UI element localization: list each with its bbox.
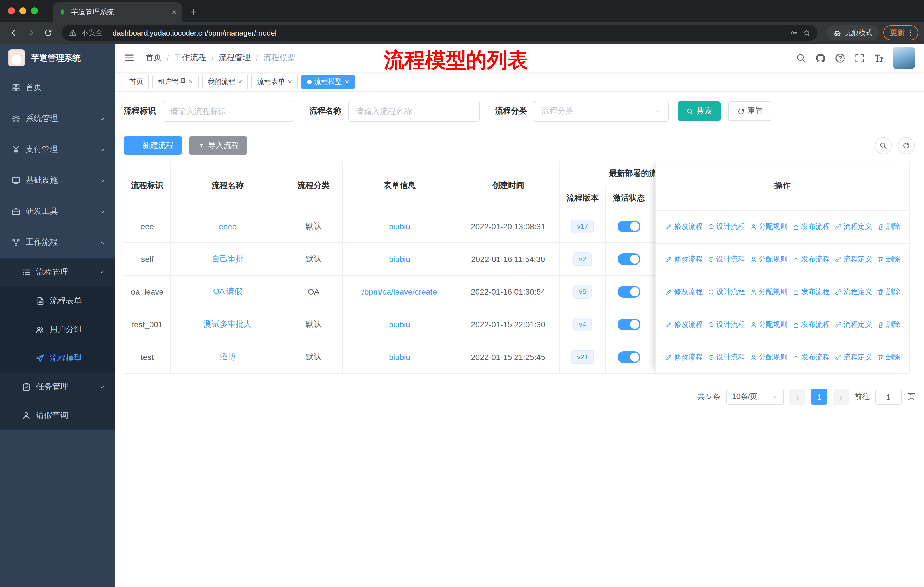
goto-page-input[interactable] bbox=[875, 389, 902, 405]
address-bar[interactable]: 不安全 dashboard.yudao.iocoder.cn/bpm/manag… bbox=[62, 25, 817, 41]
tag-item[interactable]: 我的流程× bbox=[202, 74, 248, 89]
publish-action-link[interactable]: 发布流程 bbox=[792, 287, 830, 297]
assign-action-link[interactable]: 分配规则 bbox=[749, 287, 787, 297]
import-process-button[interactable]: 导入流程 bbox=[189, 136, 248, 155]
active-toggle[interactable] bbox=[617, 253, 640, 265]
process-name-link[interactable]: 滔博 bbox=[220, 352, 236, 361]
assign-action-link[interactable]: 分配规则 bbox=[749, 320, 787, 330]
sidebar-item-process-management[interactable]: 流程管理 bbox=[0, 258, 115, 287]
window-zoom-button[interactable] bbox=[31, 7, 38, 14]
search-button[interactable]: 搜索 bbox=[678, 101, 721, 121]
definition-action-link[interactable]: 流程定义 bbox=[834, 222, 872, 232]
tag-close-icon[interactable]: × bbox=[345, 78, 349, 85]
tag-item[interactable]: 流程表单× bbox=[251, 74, 298, 89]
create-process-button[interactable]: 新建流程 bbox=[124, 136, 182, 155]
kebab-menu-icon[interactable] bbox=[907, 29, 915, 37]
sidebar-item-user-group[interactable]: 用户分组 bbox=[0, 315, 115, 344]
process-name-link[interactable]: eeee bbox=[219, 222, 237, 231]
assign-action-link[interactable]: 分配规则 bbox=[749, 255, 787, 264]
tag-close-icon[interactable]: × bbox=[188, 78, 193, 85]
current-page-button[interactable]: 1 bbox=[811, 389, 827, 405]
process-name-input[interactable] bbox=[348, 101, 480, 122]
form-info-link[interactable]: biubiu bbox=[389, 352, 411, 362]
design-action-link[interactable]: 设计流程 bbox=[707, 222, 745, 232]
update-button[interactable]: 更新 bbox=[883, 25, 918, 40]
publish-action-link[interactable]: 发布流程 bbox=[792, 320, 830, 330]
sidebar-item-task-management[interactable]: 任务管理 bbox=[0, 373, 115, 401]
user-avatar[interactable] bbox=[893, 47, 915, 69]
window-minimize-button[interactable] bbox=[20, 7, 26, 14]
reload-button[interactable] bbox=[40, 25, 56, 41]
definition-action-link[interactable]: 流程定义 bbox=[834, 320, 872, 330]
fullscreen-icon[interactable] bbox=[854, 53, 865, 63]
process-name-link[interactable]: OA 请假 bbox=[213, 287, 243, 296]
back-button[interactable] bbox=[6, 25, 22, 41]
sidebar-item-workflow[interactable]: 工作流程 bbox=[0, 227, 115, 258]
edit-action-link[interactable]: 修改流程 bbox=[665, 255, 703, 264]
category-select[interactable]: 流程分类 bbox=[534, 101, 668, 122]
page-size-select[interactable]: 10条/页 bbox=[726, 389, 784, 405]
forward-button[interactable] bbox=[23, 25, 39, 41]
delete-action-link[interactable]: 删除 bbox=[877, 287, 900, 297]
sidebar-item-process-model[interactable]: 流程模型 bbox=[0, 344, 115, 373]
tag-item[interactable]: 首页 bbox=[124, 74, 149, 89]
delete-action-link[interactable]: 删除 bbox=[877, 255, 900, 264]
active-toggle[interactable] bbox=[617, 221, 640, 232]
new-tab-button[interactable] bbox=[186, 4, 201, 20]
form-info-link[interactable]: biubiu bbox=[389, 320, 411, 329]
help-icon[interactable] bbox=[835, 53, 845, 63]
sidebar-item-infrastructure[interactable]: 基础设施 bbox=[0, 165, 115, 196]
delete-action-link[interactable]: 删除 bbox=[877, 352, 900, 362]
definition-action-link[interactable]: 流程定义 bbox=[834, 352, 872, 362]
design-action-link[interactable]: 设计流程 bbox=[707, 255, 745, 264]
publish-action-link[interactable]: 发布流程 bbox=[792, 222, 830, 232]
publish-action-link[interactable]: 发布流程 bbox=[792, 352, 830, 362]
search-icon[interactable] bbox=[796, 53, 807, 63]
toggle-search-button[interactable] bbox=[875, 137, 892, 154]
refresh-table-button[interactable] bbox=[898, 137, 915, 154]
sidebar-item-process-form[interactable]: 流程表单 bbox=[0, 287, 115, 315]
tab-close-icon[interactable]: × bbox=[172, 8, 177, 16]
delete-action-link[interactable]: 删除 bbox=[877, 222, 900, 232]
active-toggle[interactable] bbox=[617, 319, 640, 330]
form-info-link[interactable]: biubiu bbox=[389, 255, 411, 264]
breadcrumb-workflow[interactable]: 工作流程 bbox=[174, 53, 206, 63]
breadcrumb-process-management[interactable]: 流程管理 bbox=[219, 53, 251, 63]
star-icon[interactable] bbox=[803, 29, 810, 37]
reset-button[interactable]: 重置 bbox=[728, 101, 772, 121]
menu-fold-icon[interactable] bbox=[124, 52, 135, 64]
active-toggle[interactable] bbox=[617, 351, 640, 363]
key-icon[interactable] bbox=[790, 29, 798, 37]
window-close-button[interactable] bbox=[8, 7, 15, 14]
tag-close-icon[interactable]: × bbox=[238, 78, 242, 85]
process-name-link[interactable]: 自己审批 bbox=[212, 254, 244, 263]
prev-page-button[interactable]: ‹ bbox=[789, 389, 805, 405]
form-info-link[interactable]: biubiu bbox=[389, 222, 411, 231]
publish-action-link[interactable]: 发布流程 bbox=[792, 255, 830, 264]
process-key-input[interactable] bbox=[163, 101, 294, 122]
tag-active[interactable]: 流程模型× bbox=[301, 74, 355, 89]
sidebar-item-payment[interactable]: 支付管理 bbox=[0, 134, 115, 165]
edit-action-link[interactable]: 修改流程 bbox=[665, 287, 703, 297]
sidebar-item-system[interactable]: 系统管理 bbox=[0, 103, 115, 134]
github-icon[interactable] bbox=[815, 53, 826, 63]
design-action-link[interactable]: 设计流程 bbox=[707, 320, 745, 330]
active-toggle[interactable] bbox=[617, 286, 640, 298]
next-page-button[interactable]: › bbox=[833, 389, 849, 405]
sidebar-item-devtools[interactable]: 研发工具 bbox=[0, 196, 115, 227]
font-size-icon[interactable] bbox=[874, 53, 884, 63]
form-info-link[interactable]: /bpm/oa/leave/create bbox=[362, 287, 437, 296]
browser-tab[interactable]: 芋道管理系统 × bbox=[53, 2, 182, 22]
process-name-link[interactable]: 测试多审批人 bbox=[204, 319, 252, 329]
delete-action-link[interactable]: 删除 bbox=[877, 320, 900, 330]
assign-action-link[interactable]: 分配规则 bbox=[749, 352, 787, 362]
tag-close-icon[interactable]: × bbox=[287, 78, 292, 85]
design-action-link[interactable]: 设计流程 bbox=[707, 352, 745, 362]
definition-action-link[interactable]: 流程定义 bbox=[834, 287, 872, 297]
assign-action-link[interactable]: 分配规则 bbox=[749, 222, 787, 232]
sidebar-item-leave-query[interactable]: 请假查询 bbox=[0, 401, 115, 430]
design-action-link[interactable]: 设计流程 bbox=[707, 287, 745, 297]
edit-action-link[interactable]: 修改流程 bbox=[665, 320, 703, 330]
edit-action-link[interactable]: 修改流程 bbox=[665, 222, 703, 232]
sidebar-item-home[interactable]: 首页 bbox=[0, 72, 115, 103]
